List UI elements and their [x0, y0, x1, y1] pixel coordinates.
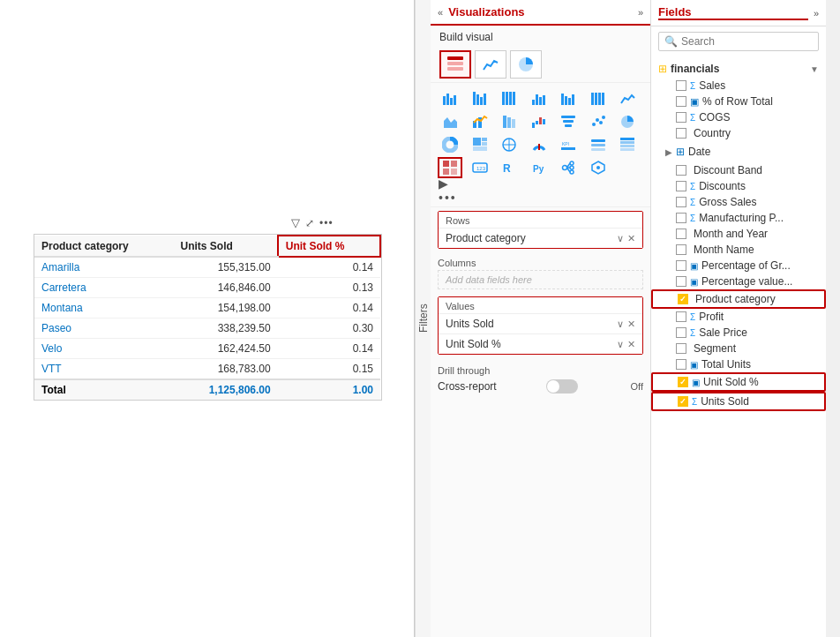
icon-donut-chart[interactable]	[438, 134, 462, 155]
expand-icon[interactable]: ⤢	[305, 217, 314, 229]
icon-bar-stacked[interactable]	[468, 88, 492, 109]
tree-item-unit-sold-pct[interactable]: ▣ Unit Sold %	[651, 372, 826, 392]
rows-field-pill-product-category[interactable]: Product category ∨ ✕	[439, 228, 642, 248]
col-header-pct[interactable]: Unit Sold %	[278, 236, 380, 257]
cell-pct: 0.14	[278, 257, 380, 278]
icon-bar-clustered[interactable]	[438, 88, 462, 109]
icon-line-chart[interactable]	[615, 88, 640, 109]
icon-waterfall-chart[interactable]	[527, 111, 551, 132]
filters-panel[interactable]: Filters	[415, 0, 431, 637]
tree-item-discounts[interactable]: Σ Discounts	[651, 178, 826, 194]
values-pct-close[interactable]: ✕	[627, 339, 635, 350]
tree-item-units-sold[interactable]: Σ Units Sold	[651, 392, 826, 411]
icon-kpi[interactable]: KPI	[556, 134, 581, 155]
icon-gauge[interactable]	[527, 134, 551, 155]
rows-field-chevron[interactable]: ∨	[617, 233, 624, 244]
checkbox-pct-gr[interactable]	[676, 260, 686, 271]
icon-col-100[interactable]	[586, 88, 611, 109]
cross-report-toggle[interactable]	[546, 379, 578, 393]
line-chart-btn[interactable]	[475, 50, 506, 79]
tree-item-month-name[interactable]: Month Name	[651, 242, 826, 258]
checkbox-segment[interactable]	[676, 343, 686, 354]
values-field-pill-unit-sold-pct[interactable]: Unit Sold % ∨ ✕	[439, 333, 642, 354]
icon-card[interactable]: 123	[468, 157, 492, 178]
checkbox-sale-price[interactable]	[676, 327, 686, 338]
icon-decomp-tree[interactable]	[556, 157, 581, 178]
tree-item-row-total[interactable]: ▣ % of Row Total	[651, 94, 826, 109]
viz-collapse-right[interactable]: »	[638, 7, 643, 18]
field-tree: ⊞ financials ▼ Σ Sales ▣ % of Row Total	[651, 56, 826, 415]
checkbox-total-units[interactable]	[676, 359, 686, 370]
checkbox-profit[interactable]	[676, 311, 686, 322]
tree-item-manuf-price[interactable]: Σ Manufacturing P...	[651, 210, 826, 226]
tree-item-segment[interactable]: Segment	[651, 341, 826, 356]
values-units-close[interactable]: ✕	[627, 318, 635, 330]
financials-label: financials	[671, 63, 719, 75]
checkbox-discount-band[interactable]	[676, 165, 686, 176]
values-pct-chevron[interactable]: ∨	[617, 339, 624, 350]
values-field-pill-units-sold[interactable]: Units Sold ∨ ✕	[439, 313, 642, 333]
tree-item-cogs[interactable]: Σ COGS	[651, 109, 826, 125]
icon-scatter-chart[interactable]	[586, 111, 611, 132]
icon-custom-visual[interactable]	[586, 157, 611, 178]
svg-rect-57	[620, 145, 634, 147]
tree-group-header-financials[interactable]: ⊞ financials ▼	[651, 60, 826, 78]
rows-field-close[interactable]: ✕	[627, 233, 635, 244]
icon-area-chart[interactable]	[438, 111, 462, 132]
tree-item-month-year[interactable]: Month and Year	[651, 226, 826, 242]
more-options-icon[interactable]: •••	[319, 217, 334, 229]
checkbox-pct-value[interactable]	[676, 276, 686, 287]
tree-item-profit[interactable]: Σ Profit	[651, 309, 826, 325]
col-header-category[interactable]: Product category	[34, 236, 174, 257]
icon-more-visuals[interactable]: ▶ •••	[438, 180, 462, 201]
checkbox-units-sold[interactable]	[678, 396, 688, 407]
svg-marker-28	[444, 117, 457, 128]
icon-pie-chart[interactable]	[615, 111, 640, 132]
tree-item-sales[interactable]: Σ Sales	[651, 78, 826, 94]
icon-col-stacked[interactable]	[556, 88, 581, 109]
search-input[interactable]	[681, 35, 814, 48]
checkbox-cogs[interactable]	[676, 112, 686, 123]
svg-text:Py: Py	[533, 164, 544, 174]
svg-text:KPI: KPI	[562, 141, 569, 146]
icon-matrix[interactable]	[438, 157, 462, 178]
pie-chart-btn[interactable]	[510, 50, 542, 79]
col-header-units[interactable]: Units Sold	[174, 236, 278, 257]
icon-r-script[interactable]: R	[497, 157, 521, 178]
tree-subgroup-date[interactable]: ▶ ⊞ Date	[651, 143, 826, 161]
checkbox-month-year[interactable]	[676, 229, 686, 239]
tree-item-product-category[interactable]: Product category	[651, 289, 826, 309]
icon-col-clustered[interactable]	[527, 88, 551, 109]
icon-treemap[interactable]	[468, 134, 492, 155]
tree-item-total-units[interactable]: ▣ Total Units	[651, 356, 826, 372]
checkbox-row-total[interactable]	[676, 96, 686, 107]
checkbox-country[interactable]	[676, 128, 686, 139]
icon-ribbon-chart[interactable]	[497, 111, 521, 132]
icon-bar-100[interactable]	[497, 88, 521, 109]
icon-funnel-chart[interactable]	[556, 111, 581, 132]
checkbox-manuf-price[interactable]	[676, 213, 686, 223]
table-chart-btn[interactable]	[439, 50, 471, 79]
icon-table[interactable]	[615, 134, 640, 155]
icon-slicer[interactable]	[586, 134, 611, 155]
tree-item-gross-sales[interactable]: Σ Gross Sales	[651, 194, 826, 210]
filter-icon[interactable]: ▽	[291, 216, 300, 229]
svg-rect-35	[561, 116, 575, 118]
icon-python[interactable]: Py	[527, 157, 551, 178]
icon-map-chart[interactable]	[497, 134, 521, 155]
checkbox-sales[interactable]	[676, 80, 686, 91]
checkbox-product-category[interactable]	[678, 294, 688, 304]
checkbox-gross-sales[interactable]	[676, 197, 686, 207]
tree-item-sale-price[interactable]: Σ Sale Price	[651, 325, 826, 341]
checkbox-discounts[interactable]	[676, 181, 686, 191]
checkbox-unit-sold-pct[interactable]	[678, 377, 688, 387]
fields-collapse-right[interactable]: »	[814, 8, 819, 19]
tree-item-pct-gr[interactable]: ▣ Percentage of Gr...	[651, 258, 826, 274]
tree-item-discount-band[interactable]: Discount Band	[651, 162, 826, 178]
values-units-chevron[interactable]: ∨	[617, 318, 624, 330]
checkbox-month-name[interactable]	[676, 244, 686, 255]
tree-item-country[interactable]: Country	[651, 125, 826, 141]
search-box[interactable]: 🔍	[658, 32, 819, 51]
tree-item-pct-value[interactable]: ▣ Percentage value...	[651, 274, 826, 289]
icon-combo-chart[interactable]	[468, 111, 492, 132]
